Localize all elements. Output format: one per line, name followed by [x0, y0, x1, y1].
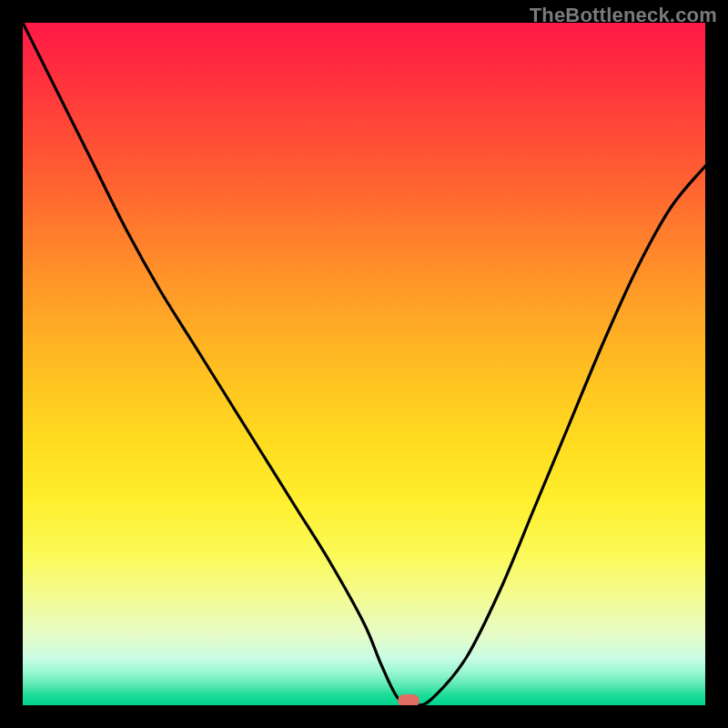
plot-area — [23, 23, 705, 705]
watermark-text: TheBottleneck.com — [530, 4, 717, 27]
line-chart — [23, 23, 705, 705]
bottleneck-curve — [23, 23, 705, 705]
optimal-marker — [398, 694, 420, 705]
chart-frame: TheBottleneck.com — [0, 0, 728, 728]
